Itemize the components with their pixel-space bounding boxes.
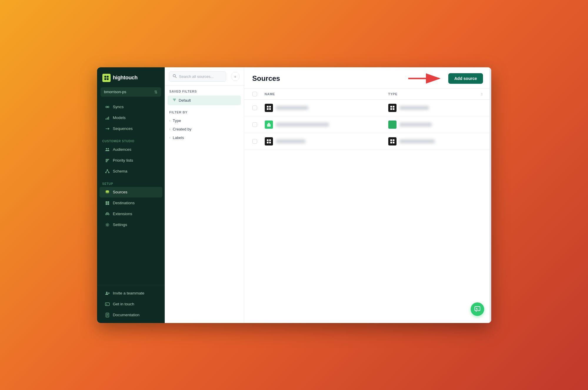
row-2-name-cell bbox=[265, 120, 388, 129]
svg-rect-58 bbox=[267, 142, 269, 143]
sidebar-item-priority-lists-label: Priority lists bbox=[113, 158, 133, 163]
sidebar-item-priority-lists[interactable]: Priority lists bbox=[99, 155, 162, 166]
row-2-source-icon bbox=[265, 120, 273, 129]
sequences-icon bbox=[105, 126, 110, 131]
header-right: Add source bbox=[408, 73, 483, 84]
sort-icon[interactable]: ↕ bbox=[471, 92, 483, 96]
filter-by-labels[interactable]: › Labels bbox=[169, 133, 239, 142]
sidebar-item-sources[interactable]: Sources bbox=[99, 187, 162, 197]
row-2-name-text bbox=[276, 123, 329, 127]
filter-by-created-by-label: Created by bbox=[173, 127, 191, 131]
arrow-svg bbox=[408, 73, 444, 84]
svg-rect-25 bbox=[107, 203, 109, 205]
svg-rect-8 bbox=[107, 118, 108, 120]
table-row[interactable] bbox=[244, 116, 491, 133]
sidebar-item-extensions[interactable]: Extensions bbox=[99, 209, 162, 219]
filter-default-icon bbox=[172, 98, 176, 103]
svg-rect-48 bbox=[267, 108, 269, 110]
sidebar-item-settings-label: Settings bbox=[113, 222, 127, 227]
main-content: Sources Add source bbox=[244, 67, 491, 323]
sidebar-item-sources-label: Sources bbox=[113, 190, 128, 194]
resize-handle[interactable] bbox=[489, 67, 491, 323]
audiences-icon bbox=[105, 147, 110, 152]
row-2-type-text bbox=[399, 123, 432, 127]
sidebar-item-sequences[interactable]: Sequences bbox=[99, 123, 162, 134]
svg-rect-22 bbox=[106, 201, 107, 203]
svg-line-19 bbox=[106, 170, 107, 172]
workspace-selector[interactable]: bmorrison-ps ⇅ bbox=[101, 87, 161, 97]
workspace-name: bmorrison-ps bbox=[104, 90, 126, 94]
filter-by-label: FILTER BY bbox=[169, 111, 239, 114]
row-2-type-icon bbox=[388, 120, 397, 129]
svg-point-11 bbox=[106, 148, 107, 149]
sidebar-item-settings[interactable]: Settings bbox=[99, 220, 162, 230]
collapse-panel-button[interactable]: ‹ bbox=[231, 72, 240, 81]
svg-line-40 bbox=[175, 76, 176, 78]
svg-rect-59 bbox=[269, 142, 271, 143]
filter-by-created-by[interactable]: › Created by bbox=[169, 125, 239, 133]
row-2-checkbox[interactable] bbox=[252, 122, 265, 127]
row-1-type-text bbox=[399, 106, 429, 110]
row-3-checkbox[interactable] bbox=[252, 139, 265, 144]
svg-rect-3 bbox=[106, 78, 108, 80]
sidebar-item-invite-label: Invite a teammate bbox=[113, 291, 144, 295]
row-1-source-icon bbox=[265, 104, 273, 112]
table-row[interactable] bbox=[244, 133, 491, 150]
row-1-type-icon bbox=[388, 104, 397, 112]
svg-rect-61 bbox=[393, 139, 394, 141]
col-type-label: TYPE bbox=[388, 92, 471, 96]
filter-by-type[interactable]: › Type bbox=[169, 116, 239, 125]
svg-point-17 bbox=[105, 172, 106, 173]
logo-text: hightouch bbox=[113, 75, 138, 81]
svg-rect-62 bbox=[390, 142, 392, 143]
sidebar-item-syncs[interactable]: Syncs bbox=[99, 102, 162, 112]
sidebar-item-schema-label: Schema bbox=[113, 169, 128, 173]
sidebar-item-docs-label: Documentation bbox=[113, 313, 140, 317]
col-name-label: NAME bbox=[265, 92, 388, 96]
docs-icon bbox=[105, 312, 110, 318]
svg-rect-14 bbox=[106, 160, 108, 161]
svg-point-12 bbox=[107, 148, 109, 149]
contact-icon bbox=[105, 302, 110, 307]
add-source-button[interactable]: Add source bbox=[448, 73, 483, 84]
sources-icon bbox=[105, 190, 110, 195]
sidebar-item-syncs-label: Syncs bbox=[113, 105, 124, 109]
syncs-icon bbox=[105, 104, 110, 110]
saved-filter-default[interactable]: Default bbox=[168, 96, 241, 105]
svg-rect-63 bbox=[393, 142, 394, 143]
svg-rect-55 bbox=[268, 123, 270, 125]
customer-studio-section: CUSTOMER STUDIO Audiences bbox=[97, 137, 165, 179]
sidebar-item-models[interactable]: Models bbox=[99, 113, 162, 123]
type-chevron-icon: › bbox=[169, 119, 171, 122]
row-1-name-text bbox=[276, 106, 308, 110]
svg-rect-1 bbox=[106, 76, 108, 77]
svg-rect-57 bbox=[269, 139, 271, 141]
row-1-checkbox[interactable] bbox=[252, 106, 265, 110]
row-1-type-cell bbox=[388, 104, 471, 112]
svg-point-30 bbox=[106, 224, 108, 225]
row-3-name-text bbox=[276, 139, 305, 143]
filter-by-type-label: Type bbox=[173, 118, 181, 123]
select-all-checkbox[interactable] bbox=[252, 92, 265, 96]
sidebar-item-audiences[interactable]: Audiences bbox=[99, 144, 162, 155]
sidebar-item-destinations[interactable]: Destinations bbox=[99, 198, 162, 208]
chat-button[interactable] bbox=[471, 302, 484, 316]
svg-rect-60 bbox=[390, 139, 392, 141]
filter-panel: ‹ SAVED FILTERS Default FILTER BY › Type… bbox=[165, 67, 244, 323]
search-input[interactable] bbox=[179, 74, 222, 79]
svg-rect-9 bbox=[108, 117, 109, 120]
created-by-chevron-icon: › bbox=[169, 127, 171, 131]
table-row[interactable] bbox=[244, 100, 491, 116]
table-area: NAME TYPE ↕ bbox=[244, 89, 491, 323]
sidebar-item-invite[interactable]: Invite a teammate bbox=[99, 288, 162, 299]
search-icon bbox=[173, 74, 177, 79]
add-source-label: Add source bbox=[454, 76, 477, 81]
priority-lists-icon bbox=[105, 158, 110, 163]
sidebar-item-contact[interactable]: Get in touch bbox=[99, 299, 162, 309]
sidebar-item-schema[interactable]: Schema bbox=[99, 166, 162, 177]
sidebar-item-docs[interactable]: Documentation bbox=[99, 310, 162, 320]
sidebar: hightouch bmorrison-ps ⇅ Syncs bbox=[97, 67, 165, 323]
filter-by-section: FILTER BY › Type › Created by › Labels bbox=[165, 106, 244, 142]
search-input-wrap[interactable] bbox=[169, 71, 226, 82]
svg-rect-23 bbox=[107, 201, 109, 203]
